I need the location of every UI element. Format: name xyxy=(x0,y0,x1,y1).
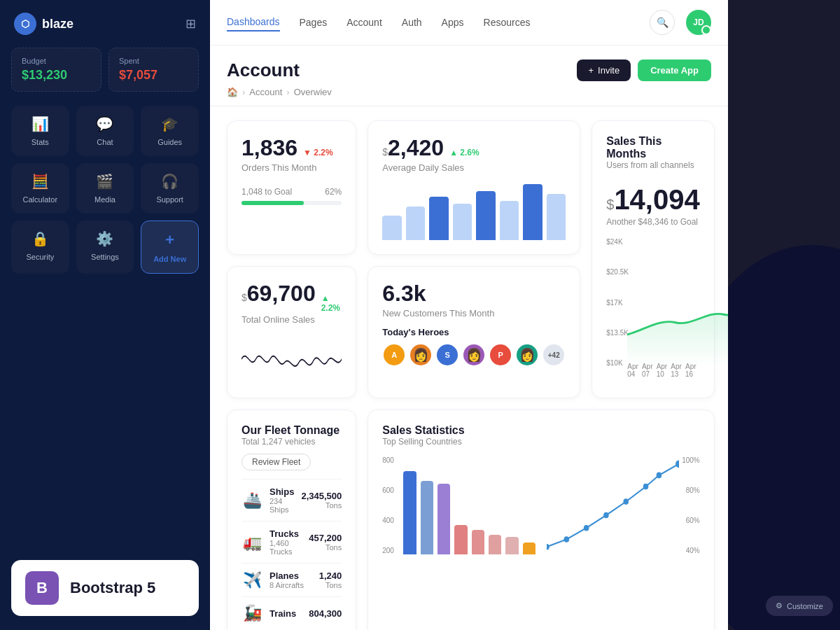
planes-value: 1,240 xyxy=(319,570,342,581)
tab-apps[interactable]: Apps xyxy=(442,14,464,31)
svg-point-7 xyxy=(676,460,679,468)
bar-5 xyxy=(476,191,496,240)
hero-avatar-5: P xyxy=(489,343,512,367)
tab-resources[interactable]: Resources xyxy=(484,14,531,31)
breadcrumb-sep1: › xyxy=(242,87,245,97)
main-content: Dashboards Pages Account Auth Apps Resou… xyxy=(210,0,728,630)
line-chart-area: 100% 80% 60% 40% xyxy=(547,456,700,568)
dark-shape xyxy=(728,245,840,630)
tab-dashboards[interactable]: Dashboards xyxy=(227,13,280,31)
breadcrumb-sep2: › xyxy=(286,87,289,97)
ships-unit: Tons xyxy=(301,501,342,510)
sidebar-item-guides[interactable]: 🎓 Guides xyxy=(141,106,199,156)
review-fleet-button[interactable]: Review Fleet xyxy=(241,454,311,470)
chat-icon: 💬 xyxy=(96,115,113,132)
bar-chart xyxy=(382,184,566,240)
progress-bar-bg xyxy=(241,201,342,205)
planes-icon: ✈️ xyxy=(241,571,262,589)
chart-x-labels: Apr 04 Apr 07 Apr 10 Apr 13 Apr 16 xyxy=(627,363,699,378)
fleet-title: Our Fleet Tonnage xyxy=(241,424,342,437)
menu-icon[interactable]: ⊞ xyxy=(186,16,196,31)
dashboard-area: 1,836 ▼ 2.2% Orders This Month 1,048 to … xyxy=(210,106,728,630)
stats-line-svg xyxy=(547,456,679,554)
hero-avatar-3: S xyxy=(435,343,459,367)
bar-y-labels: 800 600 400 200 xyxy=(382,456,394,554)
sales-badge: ▲ 2.6% xyxy=(449,148,479,158)
progress-goal-text: 1,048 to Goal xyxy=(241,187,292,197)
statistics-card: Sales Statistics Top Selling Countries 8… xyxy=(368,410,714,630)
ships-icon: 🚢 xyxy=(241,491,262,510)
security-label: Security xyxy=(26,253,54,261)
stat-bar-8 xyxy=(523,542,536,554)
bootstrap-badge: B Bootstrap 5 xyxy=(11,560,199,616)
stat-bar-3 xyxy=(438,484,450,554)
support-label: Support xyxy=(156,195,183,204)
logo-icon: ⬡ xyxy=(14,13,36,35)
user-avatar[interactable]: JD xyxy=(686,10,711,35)
bar-3 xyxy=(429,197,449,240)
logo-text: blaze xyxy=(42,17,74,31)
add-icon: + xyxy=(165,231,174,249)
guides-label: Guides xyxy=(158,138,182,146)
sidebar-item-stats[interactable]: 📊 Stats xyxy=(11,106,69,156)
heroes-title: Today's Heroes xyxy=(382,327,566,337)
top-nav: Dashboards Pages Account Auth Apps Resou… xyxy=(210,0,728,46)
sidebar-item-add-new[interactable]: + Add New xyxy=(141,220,199,274)
svg-point-0 xyxy=(547,544,550,550)
sales-dollar: $ xyxy=(382,146,388,158)
sales-label: Average Daily Sales xyxy=(382,162,566,173)
sidebar-item-chat[interactable]: 💬 Chat xyxy=(76,106,134,156)
statistics-subtitle: Top Selling Countries xyxy=(382,437,699,447)
search-button[interactable]: 🔍 xyxy=(650,10,675,35)
trains-icon: 🚂 xyxy=(241,604,262,622)
tab-auth[interactable]: Auth xyxy=(402,14,422,31)
line-chart-svg xyxy=(627,238,728,367)
monthly-subtitle: Users from all channels xyxy=(606,160,699,170)
tab-pages[interactable]: Pages xyxy=(300,14,328,31)
planes-name: Planes xyxy=(270,570,312,581)
calculator-label: Calculator xyxy=(23,195,58,204)
orders-number: 1,836 xyxy=(241,135,298,161)
nav-grid: 📊 Stats 💬 Chat 🎓 Guides 🧮 Calculator 🎬 M… xyxy=(11,106,199,274)
stat-bar-5 xyxy=(472,530,484,554)
orders-card: 1,836 ▼ 2.2% Orders This Month 1,048 to … xyxy=(227,120,356,255)
chat-label: Chat xyxy=(97,138,113,146)
hero-avatar-6: 👩 xyxy=(515,343,539,367)
fleet-item-planes: ✈️ Planes 8 Aircrafts 1,240 Tons xyxy=(241,563,342,596)
spent-amount: $7,057 xyxy=(119,68,188,83)
trucks-name: Trucks xyxy=(270,528,302,539)
create-app-button[interactable]: Create App xyxy=(638,59,711,81)
trucks-count: 1,460 Trucks xyxy=(270,539,302,556)
sidebar-item-settings[interactable]: ⚙️ Settings xyxy=(76,220,134,274)
ships-name: Ships xyxy=(270,486,294,497)
sidebar-item-support[interactable]: 🎧 Support xyxy=(141,163,199,214)
tab-account[interactable]: Account xyxy=(346,14,382,31)
svg-point-6 xyxy=(657,472,662,479)
statistics-chart: 800 600 400 200 xyxy=(382,456,699,568)
svg-point-2 xyxy=(584,525,589,531)
bar-2 xyxy=(406,206,426,240)
hero-avatar-4: 👩 xyxy=(462,343,486,367)
stat-bar-7 xyxy=(505,537,518,554)
stat-bar-4 xyxy=(454,525,467,554)
bar-4 xyxy=(453,204,472,240)
online-badge: ▲ 2.2% xyxy=(321,293,342,313)
online-sales-card: $ 69,700 ▲ 2.2% Total Online Sales xyxy=(227,266,356,398)
top-nav-right: 🔍 JD xyxy=(650,10,711,35)
breadcrumb-section: Account xyxy=(249,87,282,97)
sidebar-item-calculator[interactable]: 🧮 Calculator xyxy=(11,163,69,214)
online-number: 69,700 xyxy=(247,281,316,307)
fleet-card: Our Fleet Tonnage Total 1,247 vehicles R… xyxy=(227,410,356,630)
sidebar-item-security[interactable]: 🔒 Security xyxy=(11,220,69,274)
customize-button[interactable]: ⚙ Customize xyxy=(766,596,833,616)
monthly-dollar: $ xyxy=(606,197,614,213)
customers-label: New Customers This Month xyxy=(382,308,566,318)
stat-bar-1 xyxy=(403,471,416,554)
sales-number: 2,420 xyxy=(388,135,444,161)
hero-avatar-2: 👩 xyxy=(409,343,433,367)
invite-button[interactable]: + Invite xyxy=(577,59,631,81)
orders-badge: ▼ 2.2% xyxy=(303,148,333,158)
line-chart-container: $24K $20.5K $17K $13.5K $10K xyxy=(606,238,699,378)
sidebar-item-media[interactable]: 🎬 Media xyxy=(76,163,134,214)
daily-sales-card: $ 2,420 ▲ 2.6% Average Daily Sales xyxy=(368,120,580,255)
